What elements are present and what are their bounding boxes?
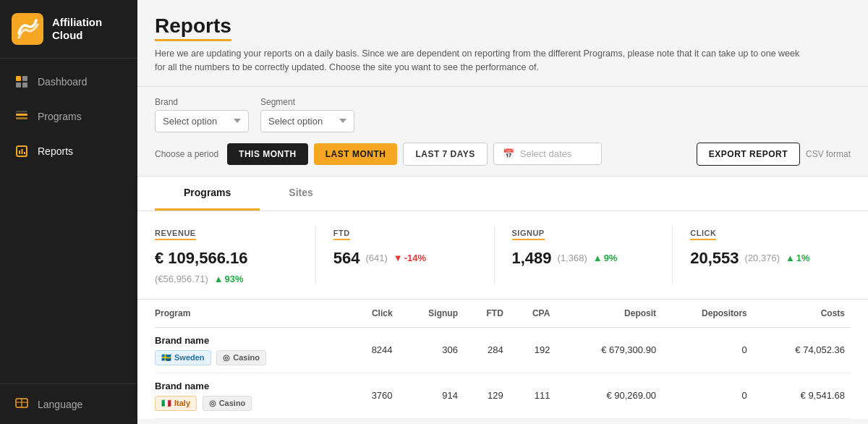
deposit-1: € 679,300.90 <box>556 327 662 373</box>
sidebar-nav: Dashboard Programs <box>0 59 137 383</box>
filter-row: Brand Select option Segment Select optio… <box>155 97 851 132</box>
sidebar-label-reports: Reports <box>38 145 73 157</box>
tags-1: 🇸🇪 Sweden ◎ Casino <box>155 350 341 365</box>
svg-rect-3 <box>16 82 21 88</box>
stat-ftd: FTD 564 (641) ▼ -14% <box>316 226 495 284</box>
click-value: 20,553 (20,376) ▲ 1% <box>690 249 833 268</box>
revenue-change: ▲ 93% <box>214 274 244 284</box>
sidebar-logo: Affiliation Cloud <box>0 0 137 59</box>
costs-2: € 9,541.68 <box>753 373 851 418</box>
signup-2: 914 <box>399 373 464 418</box>
stat-click: CLICK 20,553 (20,376) ▲ 1% <box>673 226 851 284</box>
brand-select[interactable]: Select option <box>155 110 249 132</box>
signup-prev: (1,368) <box>558 253 587 263</box>
click-1: 8244 <box>346 327 399 373</box>
up-arrow-icon-3: ▲ <box>786 253 795 263</box>
casino-icon-2: ◎ <box>209 399 216 408</box>
stat-revenue: REVENUE € 109,566.16 (€56,956.71) ▲ 93% <box>155 226 316 284</box>
up-arrow-icon: ▲ <box>214 274 224 284</box>
col-ftd: FTD <box>464 300 509 328</box>
brand-name-1: Brand name <box>155 335 341 346</box>
this-month-button[interactable]: THIS MONTH <box>227 143 308 165</box>
last-month-button[interactable]: LAST MONTH <box>314 143 398 165</box>
tabs: Programs Sites <box>137 177 868 211</box>
stat-signup: SIGNUP 1,489 (1,368) ▲ 9% <box>495 226 673 284</box>
revenue-label: REVENUE <box>155 229 196 240</box>
table-row: Brand name 🇸🇪 Sweden ◎ Casino <box>155 327 851 373</box>
italy-flag: 🇮🇹 <box>161 399 171 408</box>
export-format-label: CSV format <box>806 149 851 159</box>
table-section: Program Click Signup FTD CPA Deposit Dep… <box>137 300 868 419</box>
filters-section: Brand Select option Segment Select optio… <box>137 87 868 177</box>
col-program: Program <box>155 300 346 328</box>
stats-section: REVENUE € 109,566.16 (€56,956.71) ▲ 93% … <box>137 211 868 300</box>
down-arrow-icon: ▼ <box>393 253 403 263</box>
deposit-2: € 90,269.00 <box>556 373 662 418</box>
signup-change: ▲ 9% <box>593 253 618 263</box>
export-section: EXPORT REPORT CSV format <box>697 143 851 166</box>
date-picker[interactable]: 📅 Select dates <box>493 143 602 165</box>
program-cell-2: Brand name 🇮🇹 Italy ◎ Casino <box>155 373 346 418</box>
tag-sweden: 🇸🇪 Sweden <box>155 350 211 365</box>
col-signup: Signup <box>399 300 464 328</box>
col-cpa: CPA <box>509 300 556 328</box>
brand-filter-group: Brand Select option <box>155 97 249 132</box>
page-header: Reports Here we are updating your report… <box>137 0 868 87</box>
svg-rect-2 <box>22 76 27 81</box>
cpa-1: 192 <box>509 327 556 373</box>
svg-rect-4 <box>22 82 27 88</box>
export-button[interactable]: EXPORT REPORT <box>697 143 800 166</box>
language-icon <box>14 396 29 412</box>
up-arrow-icon-2: ▲ <box>593 253 603 263</box>
programs-icon <box>14 109 29 124</box>
costs-1: € 74,052.36 <box>753 327 851 373</box>
casino-icon-1: ◎ <box>223 353 230 362</box>
click-2: 3760 <box>346 373 399 418</box>
sidebar-label-dashboard: Dashboard <box>38 76 88 88</box>
last-7-days-button[interactable]: LAST 7 DAYS <box>403 143 487 166</box>
depositors-2: 0 <box>662 373 753 418</box>
tab-sites[interactable]: Sites <box>260 177 341 211</box>
brand-name-2: Brand name <box>155 381 341 391</box>
table-row: Brand name 🇮🇹 Italy ◎ Casino <box>155 373 851 418</box>
sidebar-item-programs[interactable]: Programs <box>0 99 137 134</box>
page-title: Reports <box>155 14 231 41</box>
revenue-value: € 109,566.16 (€56,956.71) ▲ 93% <box>155 249 298 284</box>
svg-rect-7 <box>16 111 27 113</box>
tab-programs[interactable]: Programs <box>155 177 260 211</box>
svg-rect-9 <box>19 150 20 154</box>
sidebar-item-reports[interactable]: Reports <box>0 134 137 169</box>
segment-select[interactable]: Select option <box>260 110 354 132</box>
sidebar: Affiliation Cloud Dashboard <box>0 0 137 424</box>
calendar-icon: 📅 <box>503 148 514 159</box>
ftd-2: 129 <box>464 373 509 418</box>
logo-text: Affiliation Cloud <box>52 16 102 42</box>
svg-rect-5 <box>16 114 27 116</box>
revenue-prev: (€56,956.71) <box>155 274 208 284</box>
ftd-value: 564 (641) ▼ -14% <box>333 249 477 268</box>
sidebar-item-dashboard[interactable]: Dashboard <box>0 64 137 99</box>
depositors-1: 0 <box>662 327 753 373</box>
segment-label: Segment <box>260 97 354 107</box>
sidebar-item-language[interactable]: Language <box>0 383 137 424</box>
col-costs: Costs <box>753 300 851 328</box>
period-row: Choose a period THIS MONTH LAST MONTH LA… <box>155 143 851 166</box>
signup-value: 1,489 (1,368) ▲ 9% <box>512 249 655 268</box>
page-description: Here we are updating your reports on a d… <box>155 47 806 75</box>
click-change: ▲ 1% <box>786 253 810 263</box>
svg-rect-11 <box>24 152 25 154</box>
data-table: Program Click Signup FTD CPA Deposit Dep… <box>155 300 851 419</box>
segment-filter-group: Segment Select option <box>260 97 354 132</box>
col-deposit: Deposit <box>556 300 662 328</box>
click-prev: (20,376) <box>745 253 780 263</box>
sweden-flag: 🇸🇪 <box>161 353 171 362</box>
program-cell-1: Brand name 🇸🇪 Sweden ◎ Casino <box>155 327 346 373</box>
col-click: Click <box>346 300 399 328</box>
signup-label: SIGNUP <box>512 229 545 240</box>
svg-rect-1 <box>16 76 21 81</box>
col-depositors: Depositors <box>662 300 753 328</box>
tag-italy: 🇮🇹 Italy <box>155 396 197 411</box>
main-content: Reports Here we are updating your report… <box>137 0 868 424</box>
click-label: CLICK <box>690 229 716 240</box>
tabs-section: Programs Sites <box>137 177 868 211</box>
